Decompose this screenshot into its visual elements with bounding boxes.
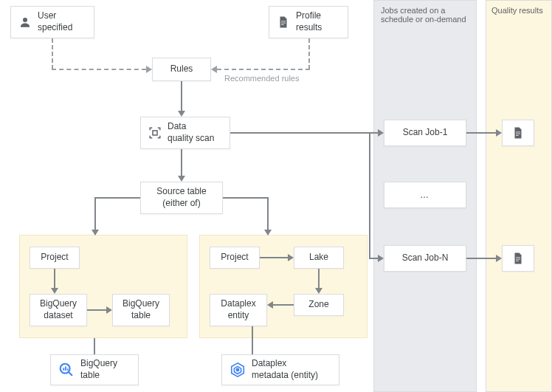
arrowhead-icon (378, 255, 384, 262)
document-icon (511, 252, 525, 265)
node-result-doc-1 (502, 120, 534, 146)
node-dataplex-metadata: Dataplex metadata (entity) (221, 354, 339, 385)
arrowhead-icon (496, 129, 502, 137)
connector (52, 38, 53, 69)
connector (87, 309, 106, 311)
connector (181, 81, 182, 111)
node-bq-table: BigQuery table (112, 294, 170, 326)
bq-table-result-label: BigQuery table (80, 358, 117, 381)
connector (54, 269, 55, 288)
user-icon (18, 16, 32, 29)
node-rules: Rules (152, 58, 211, 81)
connector (466, 258, 496, 259)
node-scan-job-1: Scan Job-1 (384, 120, 466, 146)
bq-project-label: Project (41, 252, 68, 264)
connector (260, 257, 288, 258)
recommended-rules-caption: Recommended rules (224, 74, 300, 83)
arrowhead-icon (106, 306, 112, 314)
scan-job-n-label: Scan Job-N (402, 252, 449, 264)
node-dp-lake: Lake (294, 247, 344, 269)
panel-results-label: Quality results (491, 6, 543, 15)
connector (223, 197, 269, 199)
connector (52, 69, 146, 70)
panel-jobs-label: Jobs created on a schedule or on-demand (381, 6, 466, 24)
arrowhead-icon (146, 66, 152, 73)
node-dp-entity: Dataplex entity (210, 294, 267, 326)
node-jobs-ellipsis: … (384, 182, 466, 208)
arrowhead-icon (267, 301, 273, 309)
dp-zone-label: Zone (308, 299, 328, 311)
arrowhead-icon (211, 66, 217, 73)
connector (181, 149, 182, 176)
node-bq-project: Project (30, 247, 80, 269)
document-icon (277, 16, 290, 29)
arrowhead-icon (288, 254, 294, 261)
node-profile-results: Profile results (269, 6, 348, 38)
profile-results-label: Profile results (296, 10, 322, 33)
svg-rect-3 (63, 368, 64, 371)
arrowhead-icon (378, 129, 384, 137)
svg-rect-4 (65, 366, 66, 371)
connector (369, 258, 378, 259)
node-source-table: Source table (either of) (140, 182, 223, 214)
node-bq-dataset: BigQuery dataset (30, 294, 87, 326)
arrowhead-icon (178, 111, 185, 117)
connector (94, 197, 140, 199)
document-icon (511, 126, 525, 140)
source-table-label: Source table (either of) (156, 186, 206, 209)
connector (217, 69, 310, 70)
connector (273, 304, 294, 306)
dp-lake-label: Lake (309, 252, 328, 264)
dp-project-label: Project (221, 252, 248, 264)
node-bq-table-result: BigQuery table (50, 354, 139, 385)
dataplex-icon (230, 362, 246, 378)
dp-entity-label: Dataplex entity (221, 298, 255, 321)
rules-label: Rules (170, 63, 193, 75)
node-scan-job-n: Scan Job-N (384, 245, 466, 272)
bigquery-icon (58, 362, 75, 378)
scan-job-1-label: Scan Job-1 (403, 127, 448, 139)
data-quality-scan-label: Data quality scan (168, 121, 214, 144)
connector (318, 269, 320, 288)
node-result-doc-n (502, 245, 534, 272)
connector (308, 38, 310, 69)
svg-rect-5 (67, 368, 68, 371)
connector (369, 132, 370, 258)
arrowhead-icon (51, 288, 58, 294)
connector (466, 132, 496, 134)
arrowhead-icon (178, 176, 185, 182)
connector (94, 338, 95, 354)
svg-point-0 (23, 18, 27, 22)
connector (252, 326, 253, 354)
connector (230, 132, 378, 134)
svg-point-7 (236, 368, 238, 371)
panel-quality-results (486, 0, 552, 392)
user-specified-label: User specified (38, 10, 72, 33)
node-dp-project: Project (210, 247, 260, 269)
svg-rect-1 (153, 131, 157, 135)
arrowhead-icon (315, 288, 322, 294)
bq-table-label: BigQuery table (123, 298, 159, 321)
jobs-ellipsis-label: … (420, 190, 430, 200)
arrowhead-icon (496, 255, 502, 262)
bq-dataset-label: BigQuery dataset (40, 298, 77, 321)
arrowhead-icon (92, 230, 99, 235)
dataplex-metadata-label: Dataplex metadata (entity) (252, 358, 318, 381)
node-data-quality-scan: Data quality scan (140, 117, 230, 149)
scan-icon (148, 126, 162, 140)
node-user-specified: User specified (10, 6, 94, 38)
node-dp-zone: Zone (294, 294, 344, 316)
arrowhead-icon (264, 230, 272, 235)
